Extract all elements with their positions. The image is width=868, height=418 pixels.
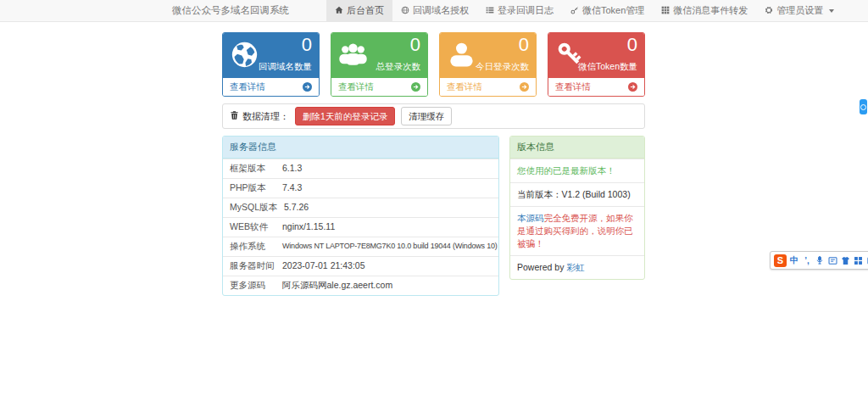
nav-item-label: 回调域名授权 bbox=[413, 4, 469, 17]
nav-item-login-callback-log[interactable]: 登录回调日志 bbox=[477, 0, 562, 21]
source-link[interactable]: 本源码 bbox=[517, 213, 544, 223]
punctuation-toggle[interactable]: ’, bbox=[802, 254, 812, 266]
nav-item-label: 微信Token管理 bbox=[582, 4, 644, 17]
open-source-notice: 本源码完全免费开源，如果你是通过购买得到的，说明你已被骗！ bbox=[510, 206, 644, 255]
view-details-link[interactable]: 查看详情 bbox=[223, 78, 319, 96]
key-icon bbox=[570, 6, 579, 16]
nav-item-label: 管理员设置 bbox=[776, 4, 823, 17]
arrow-circle-right-icon bbox=[628, 82, 637, 92]
users-icon bbox=[337, 39, 369, 74]
skin-shirt-icon[interactable] bbox=[840, 254, 850, 266]
main-nav: 后台首页 回调域名授权 登录回调日志 微信Token管理 微信消息事件转发 管理… bbox=[326, 0, 843, 21]
toolbox-grid-icon[interactable] bbox=[853, 254, 863, 266]
view-details-label: 查看详情 bbox=[555, 81, 591, 93]
nav-item-label: 登录回调日志 bbox=[498, 4, 554, 17]
table-row: 操作系统 Windows NT LAPTOP-7E8MG7K0 10.0 bui… bbox=[223, 237, 498, 256]
stat-label: 今日登录次数 bbox=[476, 61, 529, 73]
stat-value: 0 bbox=[627, 35, 637, 55]
handwriting-board-icon[interactable] bbox=[827, 254, 837, 266]
nav-item-dashboard[interactable]: 后台首页 bbox=[326, 0, 392, 21]
stat-value: 0 bbox=[302, 35, 312, 55]
th-icon bbox=[661, 6, 670, 16]
view-details-label: 查看详情 bbox=[338, 81, 374, 93]
data-cleanup-label: 数据清理： bbox=[230, 110, 289, 123]
ime-toolbar: S 中 ’, bbox=[770, 251, 868, 270]
version-info-title: 版本信息 bbox=[510, 137, 644, 159]
ime-mode-toggle[interactable]: 中 bbox=[789, 254, 799, 266]
nav-item-wechat-message-forward[interactable]: 微信消息事件转发 bbox=[653, 0, 756, 21]
arrow-circle-right-icon bbox=[303, 82, 312, 92]
app-title[interactable]: 微信公众号多域名回调系统 bbox=[172, 0, 289, 21]
nav-item-callback-domain-auth[interactable]: 回调域名授权 bbox=[392, 0, 477, 21]
nav-item-admin-settings[interactable]: 管理员设置 bbox=[756, 0, 843, 21]
globe-icon bbox=[401, 6, 409, 16]
table-row: 服务器时间 2023-07-01 21:43:05 bbox=[223, 256, 498, 276]
clear-cache-button[interactable]: 清理缓存 bbox=[401, 107, 452, 126]
table-row: 框架版本 6.1.3 bbox=[223, 159, 498, 178]
stat-value: 0 bbox=[410, 35, 420, 55]
stat-card-callback-domains: 0 回调域名数量 查看详情 bbox=[222, 32, 320, 97]
view-details-label: 查看详情 bbox=[447, 81, 482, 93]
trash-icon bbox=[230, 110, 239, 122]
chevron-down-icon bbox=[829, 9, 834, 13]
arrow-circle-right-icon bbox=[520, 82, 529, 92]
view-details-label: 查看详情 bbox=[230, 81, 265, 93]
gear-icon bbox=[765, 6, 773, 16]
stat-label: 回调域名数量 bbox=[259, 61, 312, 73]
delete-old-logins-button[interactable]: 删除1天前的登录记录 bbox=[295, 107, 395, 126]
current-version: 当前版本：V1.2 (Build 1003) bbox=[510, 182, 644, 206]
powered-by: Powered by 彩虹 bbox=[510, 255, 644, 279]
table-row: PHP版本 7.4.3 bbox=[223, 178, 498, 198]
table-row: MySQL版本 5.7.26 bbox=[223, 198, 498, 217]
nav-item-label: 微信消息事件转发 bbox=[673, 4, 748, 17]
top-navbar: 微信公众号多域名回调系统 后台首页 回调域名授权 登录回调日志 微信Token管… bbox=[0, 0, 868, 22]
stat-label: 总登录次数 bbox=[376, 61, 421, 73]
globe-icon bbox=[229, 39, 260, 74]
powered-by-link[interactable]: 彩虹 bbox=[566, 262, 584, 272]
version-info-panel: 版本信息 您使用的已是最新版本！ 当前版本：V1.2 (Build 1003) … bbox=[509, 136, 645, 280]
stat-card-wechat-tokens: 0 微信Token数量 查看详情 bbox=[548, 32, 645, 97]
table-row: WEB软件 nginx/1.15.11 bbox=[223, 217, 498, 237]
stat-card-body: 0 总登录次数 bbox=[331, 33, 427, 78]
microphone-icon[interactable] bbox=[815, 254, 825, 266]
contact-icon bbox=[860, 104, 866, 110]
latest-version-note: 您使用的已是最新版本！ bbox=[510, 159, 644, 182]
list-icon bbox=[486, 6, 494, 16]
stat-cards-row: 0 回调域名数量 查看详情 0 总登录次数 查看详情 0 今日登录次数 bbox=[222, 32, 645, 97]
table-row: 更多源码 阿乐源码网ale.gz.aeert.com bbox=[223, 276, 498, 295]
stat-label: 微信Token数量 bbox=[578, 61, 637, 73]
server-info-title: 服务器信息 bbox=[223, 137, 498, 159]
user-icon bbox=[446, 39, 477, 74]
stat-card-total-logins: 0 总登录次数 查看详情 bbox=[331, 32, 428, 97]
home-icon bbox=[335, 6, 343, 16]
nav-item-wechat-token[interactable]: 微信Token管理 bbox=[562, 0, 653, 21]
arrow-circle-right-icon bbox=[411, 82, 420, 92]
stat-value: 0 bbox=[519, 35, 529, 55]
stat-card-body: 0 今日登录次数 bbox=[440, 33, 536, 78]
stat-card-body: 0 微信Token数量 bbox=[548, 33, 644, 78]
view-details-link[interactable]: 查看详情 bbox=[548, 78, 644, 96]
sogou-logo-icon[interactable]: S bbox=[774, 254, 787, 267]
data-cleanup-panel: 数据清理： 删除1天前的登录记录 清理缓存 bbox=[222, 103, 645, 129]
stat-card-body: 0 回调域名数量 bbox=[223, 33, 319, 78]
floating-contact-button[interactable] bbox=[860, 99, 867, 114]
stat-card-today-logins: 0 今日登录次数 查看详情 bbox=[439, 32, 537, 97]
view-details-link[interactable]: 查看详情 bbox=[331, 78, 427, 96]
view-details-link[interactable]: 查看详情 bbox=[440, 78, 536, 96]
server-info-panel: 服务器信息 框架版本 6.1.3 PHP版本 7.4.3 MySQL版本 5.7… bbox=[222, 136, 499, 296]
nav-item-label: 后台首页 bbox=[347, 4, 384, 17]
